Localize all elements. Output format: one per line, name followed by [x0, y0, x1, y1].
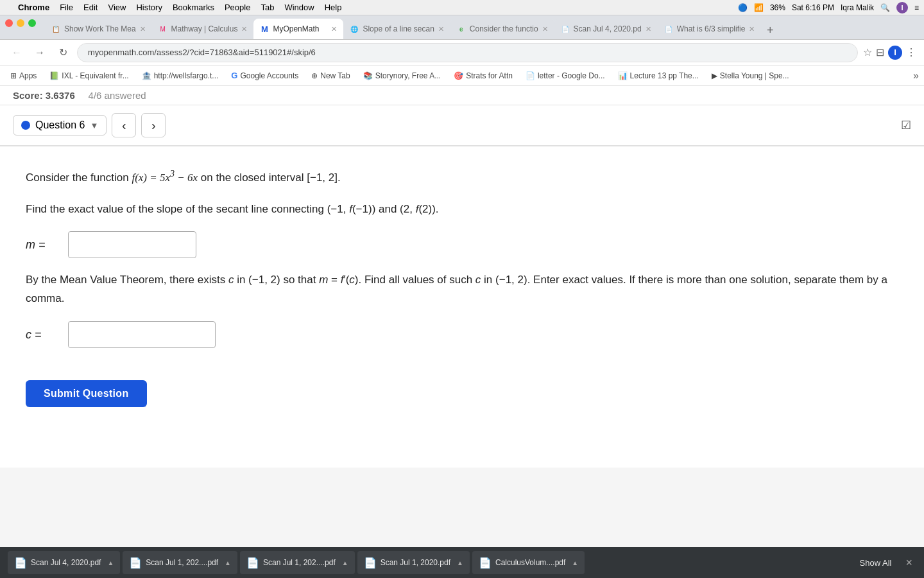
download-caret-3[interactable]: ▲ — [342, 559, 348, 566]
download-item-4[interactable]: 📄 Scan Jul 1, 2020.pdf ▲ — [357, 551, 470, 574]
m-input[interactable] — [68, 231, 196, 258]
menu-tab[interactable]: Tab — [261, 3, 274, 12]
bookmark-ixl[interactable]: 📗 IXL - Equivalent fr... — [44, 70, 133, 82]
tab-title-3: MyOpenMath — [273, 24, 327, 33]
bookmark-letter[interactable]: 📄 letter - Google Do... — [520, 70, 610, 82]
question-dropdown-arrow: ▼ — [90, 121, 98, 130]
download-caret-1[interactable]: ▲ — [107, 559, 114, 566]
bookmark-stella[interactable]: ▶ Stella Young | Spe... — [706, 70, 794, 82]
tab-close-7[interactable]: ✕ — [749, 25, 755, 33]
url-input[interactable]: myopenmath.com/assess2/?cid=71863&aid=51… — [77, 43, 858, 62]
bookmark-wellsfargo-label: http://wellsfargo.t... — [154, 71, 219, 80]
bookmark-storynory[interactable]: 📚 Storynory, Free A... — [358, 70, 446, 82]
next-question-button[interactable]: › — [141, 113, 166, 137]
tab-favicon-7: 📄 — [664, 24, 673, 33]
menu-help[interactable]: Help — [325, 3, 342, 12]
menu-people[interactable]: People — [225, 3, 250, 12]
menu-window[interactable]: Window — [284, 3, 314, 12]
bookmark-strats[interactable]: 🎯 Strats for Attn — [449, 70, 518, 82]
question-label: Question 6 — [35, 119, 85, 131]
c-input[interactable] — [68, 321, 216, 348]
menu-history[interactable]: History — [136, 3, 162, 12]
tab-close-4[interactable]: ✕ — [438, 25, 444, 33]
tab-search-icon[interactable]: ⊟ — [876, 46, 884, 58]
tab-close-1[interactable]: ✕ — [140, 25, 146, 33]
download-item-2[interactable]: 📄 Scan Jul 1, 202....pdf ▲ — [123, 551, 237, 574]
profile-icon[interactable]: I — [896, 2, 908, 13]
tab-title-6: Scan Jul 4, 2020.pd — [574, 24, 642, 33]
clock: Sat 6:16 PM — [792, 3, 834, 12]
menu-chrome[interactable]: Chrome — [18, 3, 49, 12]
tab-favicon-4: 🌐 — [350, 24, 359, 33]
score-bar: Score: 3.6376 4/6 answered — [0, 86, 924, 105]
menu-bookmarks[interactable]: Bookmarks — [173, 3, 214, 12]
minimize-window-button[interactable] — [17, 19, 24, 27]
traffic-lights — [5, 19, 36, 27]
extensions-icon[interactable]: ⋮ — [906, 46, 916, 58]
menu-extra-icon: ≡ — [914, 3, 919, 12]
menu-view[interactable]: View — [108, 3, 126, 12]
bookmark-newtab[interactable]: ⊕ New Tab — [306, 70, 355, 82]
close-download-bar-button[interactable]: × — [902, 556, 916, 570]
back-button[interactable]: ← — [8, 44, 26, 62]
bookmark-google-accounts[interactable]: G Google Accounts — [226, 69, 304, 82]
bookmark-storynory-label: Storynory, Free A... — [375, 71, 441, 80]
download-caret-5[interactable]: ▲ — [572, 559, 578, 566]
tab-close-6[interactable]: ✕ — [646, 25, 651, 33]
download-item-5[interactable]: 📄 CalculusVolum....pdf ▲ — [472, 551, 585, 574]
prev-question-button[interactable]: ‹ — [112, 113, 136, 137]
download-filename-2: Scan Jul 1, 202....pdf — [146, 558, 218, 567]
close-window-button[interactable] — [5, 19, 13, 27]
maximize-window-button[interactable] — [28, 19, 36, 27]
menu-edit[interactable]: Edit — [83, 3, 98, 12]
tab-close-3[interactable]: ✕ — [331, 25, 337, 33]
bookmarks-more-button[interactable]: » — [913, 70, 919, 82]
newtab-icon: ⊕ — [311, 71, 318, 80]
bookmark-apps[interactable]: ⊞ Apps — [5, 70, 42, 82]
reload-button[interactable]: ↻ — [54, 44, 72, 62]
tab-close-2[interactable]: ✕ — [241, 25, 247, 33]
tab-whatissix[interactable]: 📄 What is 6/3 simplifie ✕ — [658, 19, 762, 39]
menu-file[interactable]: File — [60, 3, 73, 12]
page-content: Score: 3.6376 4/6 answered Question 6 ▼ … — [0, 86, 924, 547]
tab-mathway[interactable]: M Mathway | Calculus ✕ — [152, 19, 254, 39]
new-tab-button[interactable]: + — [761, 21, 779, 39]
menu-bar: Chrome File Edit View History Bookmarks … — [0, 0, 924, 15]
submit-question-button[interactable]: Submit Question — [26, 380, 147, 407]
bookmark-question-icon[interactable]: ☑ — [901, 118, 911, 132]
download-item-3[interactable]: 📄 Scan Jul 1, 202....pdf ▲ — [240, 551, 355, 574]
download-caret-4[interactable]: ▲ — [457, 559, 463, 566]
search-icon[interactable]: 🔍 — [880, 3, 890, 12]
tab-myopenmath[interactable]: M MyOpenMath ✕ — [253, 19, 343, 39]
answered-label: 4/6 answered — [89, 90, 146, 101]
apps-grid-icon: ⊞ — [10, 71, 17, 80]
tab-favicon-5: e — [457, 24, 466, 33]
bookmark-star-icon[interactable]: ☆ — [863, 46, 872, 58]
tab-close-5[interactable]: ✕ — [542, 25, 548, 33]
bluetooth-icon: 🔵 — [738, 3, 748, 12]
tab-title-5: Consider the functio — [470, 24, 538, 33]
tab-consider[interactable]: e Consider the functio ✕ — [450, 19, 554, 39]
profile-avatar[interactable]: I — [888, 46, 902, 60]
bookmark-wellsfargo[interactable]: 🏦 http://wellsfargo.t... — [137, 70, 224, 82]
strats-icon: 🎯 — [454, 71, 463, 80]
download-item-1[interactable]: 📄 Scan Jul 4, 2020.pdf ▲ — [8, 551, 120, 574]
m-input-row: m = — [26, 231, 898, 258]
question-right-icons: ☑ — [901, 118, 911, 132]
tab-title-4: Slope of a line secan — [363, 24, 434, 33]
bookmark-letter-label: letter - Google Do... — [538, 71, 605, 80]
question-text-2: Find the exact value of the slope of the… — [26, 200, 898, 219]
tab-scan1[interactable]: 📄 Scan Jul 4, 2020.pd ✕ — [554, 19, 658, 39]
c-input-row: c = — [26, 321, 898, 348]
download-caret-2[interactable]: ▲ — [225, 559, 231, 566]
bookmark-ixl-label: IXL - Equivalent fr... — [62, 71, 128, 80]
wellsfargo-icon: 🏦 — [142, 71, 151, 80]
tab-show-work[interactable]: 📋 Show Work The Mea ✕ — [45, 19, 152, 39]
question-nav: Question 6 ▼ ‹ › ☑ — [0, 105, 924, 146]
tab-slope[interactable]: 🌐 Slope of a line secan ✕ — [343, 19, 450, 39]
show-all-downloads-button[interactable]: Show All — [852, 556, 900, 570]
question-dropdown[interactable]: Question 6 ▼ — [13, 115, 107, 136]
bookmark-lecture[interactable]: 📊 Lecture 13 pp The... — [613, 70, 704, 82]
download-file-icon-2: 📄 — [129, 557, 142, 569]
forward-button[interactable]: → — [31, 44, 49, 62]
